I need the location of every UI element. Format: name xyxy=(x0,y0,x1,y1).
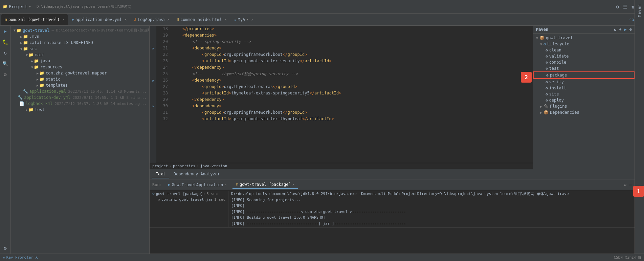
task-sidebar: ⚙ gowt-travel [package]: 5 sec ⚙ com.zhz… xyxy=(152,191,228,227)
maven-refresh-icon[interactable]: ↻ xyxy=(614,27,616,32)
maven-project-root[interactable]: ▼ 📦 gowt-travel xyxy=(533,35,635,41)
maven-settings-icon[interactable]: ⚙ xyxy=(629,27,632,32)
panel-close-icon[interactable]: — xyxy=(629,182,632,187)
maven-header: Maven ↻ + ▶ ⚙ xyxy=(533,26,635,34)
maven-lifecycle-section[interactable]: ▼ ⚙ Lifecycle xyxy=(533,41,635,47)
tab-close-appdev[interactable]: ✕ xyxy=(125,18,127,21)
project-path: D:\ideaproject\java-system-learn\项目\旅游网 xyxy=(37,4,131,9)
annotation-badge-1: 1 xyxy=(633,186,644,197)
code-editor: ↻ ↻ ↻ xyxy=(150,26,533,179)
tree-item-root[interactable]: ▼ 📁 gowt-travel — D:\ideaproject\java-sy… xyxy=(11,27,149,34)
gutter: ↻ ↻ ↻ xyxy=(150,26,156,163)
editor-with-maven: ↻ ↻ ↻ xyxy=(150,26,635,179)
tree-item-main[interactable]: ▼ 📁 main xyxy=(11,52,149,58)
file-tree: ▼ 📁 gowt-travel — D:\ideaproject\java-sy… xyxy=(11,26,149,254)
status-csdn: CSDN @zhz小白 xyxy=(614,255,641,260)
maven-verify[interactable]: ⚙ verify xyxy=(533,79,635,85)
tab-text[interactable]: Text xyxy=(152,170,169,178)
run-tab-package-close[interactable]: ✕ xyxy=(292,182,294,186)
tree-item-test[interactable]: ▶ 📁 test xyxy=(11,107,149,113)
maven-deploy[interactable]: ⚙ deploy xyxy=(533,97,635,103)
maven-side-tab[interactable]: Maven xyxy=(635,0,644,254)
project-label[interactable]: 📁 Project ▾ xyxy=(3,4,31,9)
maven-run-icon[interactable]: ▶ xyxy=(624,27,627,32)
sort-icon[interactable]: ⇅ xyxy=(631,4,634,9)
tree-item-static[interactable]: ▶ 📁 static xyxy=(11,76,149,82)
tab-close-pom[interactable]: ✕ xyxy=(62,18,64,21)
run-panel-tools: ⚙ — xyxy=(624,182,632,187)
run-panel: Run: ▶ GowtTravelApplication ✕ m gowt-tr… xyxy=(150,179,635,254)
top-bar: 📁 Project ▾ D:\ideaproject\java-system-l… xyxy=(0,0,644,14)
maven-test[interactable]: ⚙ test xyxy=(533,65,635,71)
maven-clean[interactable]: ⚙ clean xyxy=(533,47,635,53)
status-key-promoter: ★ Key Promoter X xyxy=(3,255,38,260)
tree-item-mapper[interactable]: ▶ 📁 com.zhz.gowttravel.mapper xyxy=(11,70,149,76)
task-list: ⚙ gowt-travel [package]: 5 sec ⚙ com.zhz… xyxy=(150,190,635,228)
editor-bottom-tabs: Text Dependency Analyzer xyxy=(150,169,533,179)
tree-item-resources[interactable]: ▼ 📁 resources xyxy=(11,64,149,70)
annotation-badge-2: 2 xyxy=(521,72,532,83)
tab-close-mya[interactable]: ✕ xyxy=(251,18,253,21)
tree-item-appyml[interactable]: 🔧 application.yml 2022/9/11 15:45, 1.14 … xyxy=(11,88,149,94)
tree-item-templates[interactable]: ▶ 📁 templates xyxy=(11,82,149,88)
maven-install[interactable]: ⚙ install xyxy=(533,85,635,91)
run-tab-app[interactable]: ▶ GowtTravelApplication ✕ xyxy=(165,181,230,189)
build-icon[interactable]: ⚙ xyxy=(4,72,6,77)
tab-close-aside[interactable]: ✕ xyxy=(225,18,227,21)
maven-site[interactable]: ⚙ site xyxy=(533,91,635,97)
editor-maven-area: ↻ ↻ ↻ xyxy=(150,26,635,254)
tree-item-appdevyml[interactable]: 🔧 application-dev.yml 2022/9/11 14:55, 1… xyxy=(11,94,149,101)
tab-pom[interactable]: m pom.xml (gowt-travel) ✕ xyxy=(1,14,68,25)
tab-aside[interactable]: H common_aside.html ✕ xyxy=(173,14,230,25)
sync-icon[interactable]: ↻ xyxy=(4,50,6,56)
console-output: D:\develop_tools_document\Java\jdk1.8.0_… xyxy=(231,191,632,227)
panel-settings-icon[interactable]: ⚙ xyxy=(624,182,626,187)
status-right: CSDN @zhz小白 xyxy=(614,255,641,260)
maven-package[interactable]: ⚙ package xyxy=(533,71,635,79)
tree-item-java[interactable]: ▶ 📁 java xyxy=(11,58,149,64)
tab-appdev[interactable]: ▶ application-dev.yml ✕ xyxy=(68,14,130,25)
maven-panel: Maven ↻ + ▶ ⚙ ▼ 📦 xyxy=(533,26,635,179)
maven-vertical-label[interactable]: Maven xyxy=(636,0,643,21)
task-item-1[interactable]: ⚙ gowt-travel [package]: 5 sec xyxy=(152,191,225,197)
settings-side-icon[interactable]: ⚙ xyxy=(4,245,6,251)
editor-section: ↻ ↻ ↻ xyxy=(150,26,635,254)
tree-item-mvn[interactable]: ▶ 📁 .mvn xyxy=(11,34,149,40)
file-tree-panel: ▼ 📁 gowt-travel — D:\ideaproject\java-sy… xyxy=(11,26,150,254)
status-bar: ★ Key Promoter X CSDN @zhz小白 xyxy=(0,254,644,261)
editor-content: ↻ ↻ ↻ xyxy=(150,26,533,163)
tree-item-src[interactable]: ▼ 📁 src xyxy=(11,46,149,52)
run-panel-header: Run: ▶ GowtTravelApplication ✕ m gowt-tr… xyxy=(150,179,635,190)
maven-add-icon[interactable]: + xyxy=(619,27,621,32)
settings-icon[interactable]: ⚙ xyxy=(616,4,619,9)
main-content: ▶ 🐛 ↻ 🔍 ⚙ ⚙ ▼ 📁 gowt-travel — D:\ideapro… xyxy=(0,26,644,254)
tab-mya[interactable]: ☕ MyA ▾ ✕ xyxy=(231,14,257,25)
maven-validate[interactable]: ⚙ validate xyxy=(533,53,635,59)
tree-item-logback[interactable]: 📄 logback.xml 2022/7/12 10:37, 1.85 kB 1… xyxy=(11,101,149,107)
maven-compile[interactable]: ⚙ compile xyxy=(533,59,635,65)
left-icons-panel: ▶ 🐛 ↻ 🔍 ⚙ ⚙ xyxy=(0,26,11,254)
tree-item-catalina[interactable]: ▶ 📁 catalina.base_IS_UNDEFINED xyxy=(11,40,149,46)
run-label: Run: xyxy=(152,182,162,187)
task-item-2[interactable]: ⚙ com.zhz:gowt-travel:jar 1 sec xyxy=(152,197,225,202)
tab-bar: m pom.xml (gowt-travel) ✕ ▶ application-… xyxy=(0,14,644,26)
code-content: </properties> <dependencies> <!-- spring… xyxy=(170,26,533,163)
tab-logaop[interactable]: J LogAop.java ✕ xyxy=(131,14,173,25)
list-icon[interactable]: ☰ xyxy=(623,4,627,9)
breadcrumb: project › properties › java.version xyxy=(150,163,533,169)
run-tab-app-close[interactable]: ✕ xyxy=(224,183,226,187)
maven-tree: ▼ 📦 gowt-travel ▼ ⚙ Lifecycle xyxy=(533,34,635,179)
debug-icon[interactable]: 🐛 xyxy=(2,39,8,45)
line-numbers: 18 19 20 21 22 23 24 25 26 27 28 xyxy=(156,26,170,163)
maven-plugins-section[interactable]: ▶ 🔌 Plugins xyxy=(533,103,635,109)
tab-dependency[interactable]: Dependency Analyzer xyxy=(170,170,223,178)
run-tab-package[interactable]: m gowt-travel [package] ✕ xyxy=(232,181,297,189)
search-icon[interactable]: 🔍 xyxy=(2,61,8,66)
maven-dependencies-section[interactable]: ▶ 📦 Dependencies xyxy=(533,109,635,115)
maven-header-icons: ↻ + ▶ ⚙ xyxy=(614,27,632,32)
run-icon[interactable]: ▶ xyxy=(4,28,6,34)
tab-close-logaop[interactable]: ✕ xyxy=(167,18,169,21)
